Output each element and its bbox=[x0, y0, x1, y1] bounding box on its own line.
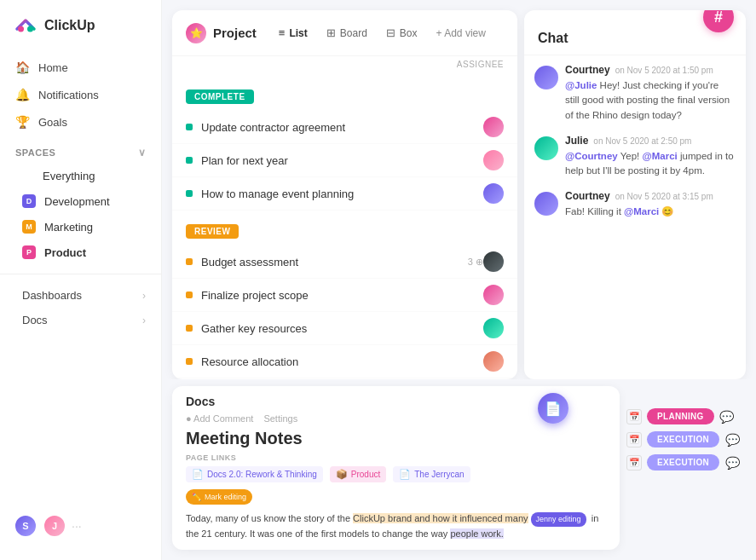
task-meta: 3 ⊕ bbox=[468, 257, 483, 268]
view-tabs: ≡ List ⊞ Board ⊟ Box + Add view bbox=[270, 22, 494, 43]
tag-badge: EXECUTION bbox=[647, 431, 719, 447]
avatar bbox=[483, 117, 504, 137]
svg-point-1 bbox=[27, 26, 33, 32]
status-badge-review: REVIEW bbox=[186, 224, 239, 239]
sidebar-item-notifications[interactable]: 🔔 Notifications bbox=[7, 82, 154, 107]
list-item: Julie on Nov 5 2020 at 2:50 pm @Courtney… bbox=[534, 135, 736, 179]
tab-list-label: List bbox=[289, 27, 307, 39]
chat-icon: 💬 bbox=[724, 432, 740, 447]
bell-icon: 🔔 bbox=[15, 88, 30, 101]
page-link-label: The Jerrycan bbox=[414, 470, 464, 479]
table-row[interactable]: Finalize project scope bbox=[172, 279, 517, 312]
sidebar-item-product-label: Product bbox=[44, 246, 86, 259]
page-links: 📄 Docs 2.0: Rework & Thinking 📦 Product … bbox=[172, 464, 620, 485]
chevron-right-icon: › bbox=[142, 290, 146, 302]
chat-text: @Julie Hey! Just checking if you're stil… bbox=[565, 78, 736, 123]
table-row[interactable]: Budget assessment 3 ⊕ bbox=[172, 245, 517, 279]
chat-time: on Nov 5 2020 at 1:50 pm bbox=[615, 66, 713, 75]
side-tag-row: 📅 EXECUTION 💬 bbox=[626, 454, 746, 471]
task-name: Finalize project scope bbox=[201, 289, 483, 302]
highlight-text: ClickUp brand and how it influenced many bbox=[353, 513, 528, 523]
page-link[interactable]: 📄 The Jerrycan bbox=[393, 466, 470, 482]
task-name: Budget assessment bbox=[201, 256, 468, 268]
avatar bbox=[483, 318, 504, 338]
sidebar-item-goals-label: Goals bbox=[38, 116, 67, 129]
list-item: Courtney on Nov 5 2020 at 3:15 pm Fab! K… bbox=[534, 190, 736, 219]
sidebar-bottom: S J ··· bbox=[0, 505, 161, 546]
chat-time: on Nov 5 2020 at 2:50 pm bbox=[593, 136, 691, 146]
side-tag-row: 📅 EXECUTION 💬 bbox=[626, 431, 746, 447]
table-row[interactable]: Plan for next year bbox=[172, 144, 517, 177]
doc-icon: 📄 bbox=[399, 469, 411, 480]
task-name: Resource allocation bbox=[201, 355, 483, 368]
sidebar-item-marketing-label: Marketing bbox=[44, 221, 93, 234]
logo-area: ClickUp bbox=[0, 14, 161, 55]
page-link[interactable]: 📦 Product bbox=[330, 466, 386, 482]
app-name: ClickUp bbox=[44, 18, 95, 33]
chat-panel: # Chat Courtney on Nov 5 2020 at 1:50 pm… bbox=[524, 10, 746, 379]
svg-point-0 bbox=[18, 26, 24, 32]
task-color-indicator bbox=[186, 258, 193, 265]
section-complete: COMPLETE bbox=[172, 81, 517, 111]
sidebar-item-development[interactable]: D Development bbox=[7, 188, 154, 214]
chat-message-content: Julie on Nov 5 2020 at 2:50 pm @Courtney… bbox=[565, 135, 736, 179]
sidebar-item-goals[interactable]: 🏆 Goals bbox=[7, 109, 154, 135]
tab-list[interactable]: ≡ List bbox=[270, 22, 316, 43]
tab-box-label: Box bbox=[400, 27, 418, 39]
sidebar-item-docs-label: Docs bbox=[22, 314, 48, 326]
chat-time: on Nov 5 2020 at 3:15 pm bbox=[615, 192, 713, 201]
calendar-icon: 📅 bbox=[626, 409, 642, 424]
page-link[interactable]: 📄 Docs 2.0: Rework & Thinking bbox=[186, 466, 323, 482]
sidebar-item-marketing[interactable]: M Marketing bbox=[7, 214, 154, 240]
everything-icon bbox=[22, 170, 34, 182]
table-row[interactable]: How to manage event planning bbox=[172, 177, 517, 211]
tab-board[interactable]: ⊞ Board bbox=[318, 22, 376, 43]
chat-mention: @Marci bbox=[624, 206, 659, 216]
docs-title: Meeting Notes bbox=[172, 425, 620, 452]
docs-float-button[interactable]: 📄 bbox=[538, 393, 568, 424]
table-row[interactable]: Gather key resources bbox=[172, 312, 517, 345]
tag-badge: EXECUTION bbox=[647, 454, 719, 471]
task-name: Gather key resources bbox=[201, 322, 483, 335]
board-icon: ⊞ bbox=[326, 26, 336, 39]
add-view-button[interactable]: + Add view bbox=[428, 22, 494, 43]
chat-message-content: Courtney on Nov 5 2020 at 1:50 pm @Julie… bbox=[565, 64, 736, 123]
project-icon: ⭐ bbox=[186, 23, 206, 43]
avatar-user1[interactable]: S bbox=[14, 514, 38, 538]
sidebar-item-everything[interactable]: Everything bbox=[7, 164, 154, 188]
sidebar-item-dashboards[interactable]: Dashboards › bbox=[7, 283, 154, 308]
project-name: Project bbox=[213, 26, 257, 40]
add-view-label: + Add view bbox=[436, 27, 486, 39]
avatar bbox=[483, 351, 504, 372]
task-color-indicator bbox=[186, 325, 193, 332]
sidebar-item-docs[interactable]: Docs › bbox=[7, 308, 154, 332]
chat-messages: Courtney on Nov 5 2020 at 1:50 pm @Julie… bbox=[524, 55, 746, 379]
sidebar-item-product[interactable]: P Product bbox=[7, 240, 154, 265]
goals-icon: 🏆 bbox=[15, 115, 30, 129]
task-color-indicator bbox=[186, 292, 193, 298]
status-badge-complete: COMPLETE bbox=[186, 89, 254, 104]
product-icon: 📦 bbox=[336, 469, 348, 480]
list-item: Courtney on Nov 5 2020 at 1:50 pm @Julie… bbox=[534, 64, 736, 123]
more-users-indicator: ··· bbox=[72, 519, 82, 533]
avatar-user2[interactable]: J bbox=[43, 514, 66, 538]
sidebar-item-everything-label: Everything bbox=[43, 170, 95, 182]
sidebar-item-development-label: Development bbox=[44, 195, 110, 208]
product-icon: P bbox=[22, 245, 36, 259]
add-comment-button[interactable]: ● Add Comment bbox=[186, 413, 253, 424]
chevron-down-icon[interactable]: ∨ bbox=[138, 147, 147, 159]
section-review: REVIEW bbox=[172, 216, 517, 245]
spaces-header: Spaces ∨ bbox=[0, 135, 161, 164]
clickup-logo-icon bbox=[14, 14, 38, 38]
chat-text: Fab! Killing it @Marci 😊 bbox=[565, 205, 736, 219]
page-links-label: PAGE LINKS bbox=[172, 452, 620, 464]
task-name: Update contractor agreement bbox=[201, 121, 483, 134]
sidebar-item-home[interactable]: 🏠 Home bbox=[7, 55, 154, 80]
calendar-icon: 📅 bbox=[626, 432, 642, 447]
settings-button[interactable]: Settings bbox=[263, 413, 297, 424]
avatar bbox=[483, 183, 504, 204]
table-row[interactable]: Resource allocation bbox=[172, 345, 517, 378]
tab-box[interactable]: ⊟ Box bbox=[378, 22, 426, 43]
chat-mention: @Marci bbox=[643, 151, 678, 161]
table-row[interactable]: Update contractor agreement bbox=[172, 111, 517, 144]
